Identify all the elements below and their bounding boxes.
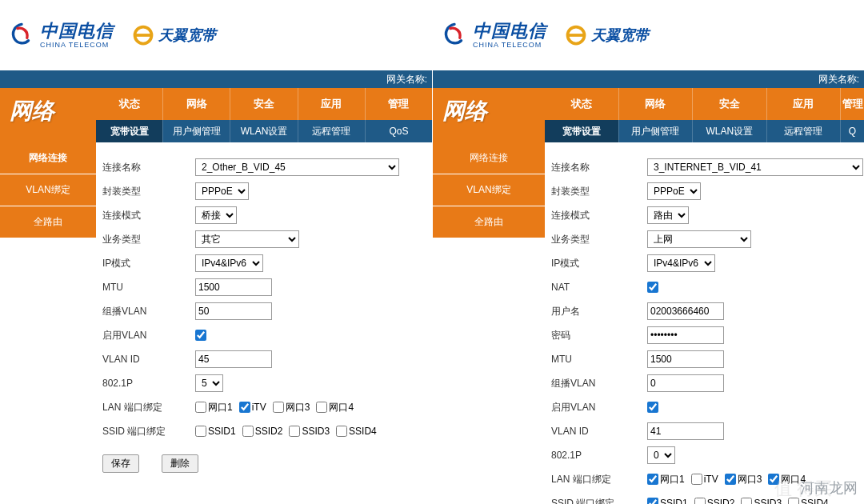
- select-svc-type[interactable]: 上网: [647, 230, 751, 248]
- sidebar-item-vlanbind[interactable]: VLAN绑定: [0, 174, 96, 206]
- select-conn-mode[interactable]: 路由: [647, 206, 689, 224]
- tianyi-logo: 天翼宽带: [131, 23, 216, 47]
- form-content: 连接名称3_INTERNET_B_VID_41 封装类型PPPoE 连接模式路由…: [545, 142, 864, 504]
- chk-itv[interactable]: [691, 474, 702, 485]
- chk-ssid4[interactable]: [788, 498, 799, 504]
- label-conn-name: 连接名称: [551, 161, 647, 174]
- select-conn-name[interactable]: 2_Other_B_VID_45: [195, 158, 399, 176]
- select-svc-type[interactable]: 其它: [195, 230, 299, 248]
- tab-status[interactable]: 状态: [545, 88, 618, 120]
- label-encap: 封装类型: [551, 185, 647, 198]
- label-conn-mode: 连接模式: [551, 209, 647, 222]
- chk-ssid4[interactable]: [336, 426, 347, 437]
- telecom-cn-text: 中国电信: [40, 22, 114, 40]
- chk-lan4[interactable]: [768, 474, 779, 485]
- tab-security[interactable]: 安全: [692, 88, 766, 120]
- label-dot1p: 802.1P: [102, 378, 195, 389]
- label-conn-name: 连接名称: [102, 161, 195, 174]
- tab-network[interactable]: 网络: [618, 88, 693, 120]
- chk-ssid2[interactable]: [242, 426, 254, 437]
- select-encap[interactable]: PPPoE: [195, 182, 249, 200]
- subtab-broadband[interactable]: 宽带设置: [96, 120, 162, 142]
- checkbox-vlan-enable[interactable]: [647, 402, 658, 413]
- input-password[interactable]: [647, 326, 724, 344]
- subtab-broadband[interactable]: 宽带设置: [545, 120, 618, 142]
- select-conn-name[interactable]: 3_INTERNET_B_VID_41: [647, 158, 863, 176]
- tianyi-logo: 天翼宽带: [564, 23, 649, 47]
- label-lan-bind: LAN 端口绑定: [102, 401, 195, 414]
- label-mcast-vlan: 组播VLAN: [551, 377, 647, 390]
- chk-lan4[interactable]: [316, 402, 327, 413]
- input-mcast-vlan[interactable]: [195, 302, 272, 320]
- tab-manage[interactable]: 管理: [840, 88, 864, 120]
- subtab-wlan[interactable]: WLAN设置: [230, 120, 297, 142]
- section-title-text: 网络: [10, 96, 54, 126]
- main-tabs: 状态 网络 安全 应用 管理: [545, 88, 864, 120]
- input-mtu[interactable]: [647, 350, 724, 368]
- chk-ssid3[interactable]: [741, 498, 752, 504]
- label-nat: NAT: [551, 282, 647, 293]
- sidebar-item-netconn[interactable]: 网络连接: [433, 142, 545, 174]
- chk-lan3[interactable]: [273, 402, 284, 413]
- sidebar-item-allroute[interactable]: 全路由: [433, 206, 545, 238]
- input-vlan-id[interactable]: [195, 350, 272, 368]
- select-dot1p[interactable]: 0: [647, 446, 675, 464]
- label-svc-type: 业务类型: [102, 233, 195, 246]
- telecom-en-text: CHINA TELECOM: [40, 42, 114, 49]
- chk-ssid2[interactable]: [694, 498, 706, 504]
- lan-bind-group: 网口1 iTV 网口3 网口4: [195, 401, 354, 414]
- tab-network[interactable]: 网络: [162, 88, 230, 120]
- label-vlan-enable: 启用VLAN: [551, 401, 647, 414]
- chk-lan1[interactable]: [195, 402, 206, 413]
- tab-application[interactable]: 应用: [766, 88, 841, 120]
- chk-ssid1[interactable]: [647, 498, 658, 504]
- sidebar-item-vlanbind[interactable]: VLAN绑定: [433, 174, 545, 206]
- delete-button[interactable]: 删除: [162, 454, 198, 473]
- tab-security[interactable]: 安全: [230, 88, 297, 120]
- select-conn-mode[interactable]: 桥接: [195, 206, 237, 224]
- checkbox-nat[interactable]: [647, 282, 658, 293]
- select-ip-mode[interactable]: IPv4&IPv6: [647, 254, 715, 272]
- label-ssid-bind: SSID 端口绑定: [102, 425, 195, 438]
- input-vlan-id[interactable]: [647, 422, 724, 440]
- side-nav: 网络连接 VLAN绑定 全路由: [0, 142, 96, 486]
- subtab-user-side[interactable]: 用户侧管理: [162, 120, 230, 142]
- select-encap[interactable]: PPPoE: [647, 182, 701, 200]
- lan-bind-group: 网口1 iTV 网口3 网口4: [647, 473, 806, 486]
- label-password: 密码: [551, 329, 647, 342]
- subtab-qos[interactable]: QoS: [365, 120, 432, 142]
- main-tabs: 状态 网络 安全 应用 管理: [96, 88, 432, 120]
- select-ip-mode[interactable]: IPv4&IPv6: [195, 254, 263, 272]
- tianyi-e-icon: [131, 23, 155, 47]
- chk-ssid1[interactable]: [195, 426, 206, 437]
- save-button[interactable]: 保存: [102, 454, 139, 473]
- gateway-bar: 网关名称:: [433, 70, 864, 88]
- tab-status[interactable]: 状态: [96, 88, 162, 120]
- subtab-remote[interactable]: 远程管理: [298, 120, 365, 142]
- subtab-remote[interactable]: 远程管理: [766, 120, 841, 142]
- sidebar-item-netconn[interactable]: 网络连接: [0, 142, 96, 174]
- logo-bar: 中国电信 CHINA TELECOM 天翼宽带: [0, 0, 432, 70]
- select-dot1p[interactable]: 5: [195, 374, 223, 392]
- subtab-qos[interactable]: Q: [840, 120, 864, 142]
- form-content: 连接名称2_Other_B_VID_45 封装类型PPPoE 连接模式桥接 业务…: [96, 142, 432, 486]
- subtab-wlan[interactable]: WLAN设置: [692, 120, 766, 142]
- chk-lan3[interactable]: [725, 474, 736, 485]
- tab-manage[interactable]: 管理: [365, 88, 432, 120]
- chk-ssid3[interactable]: [289, 426, 300, 437]
- label-mcast-vlan: 组播VLAN: [102, 305, 195, 318]
- subtab-user-side[interactable]: 用户侧管理: [618, 120, 693, 142]
- tianyi-text: 天翼宽带: [158, 26, 216, 45]
- sidebar-item-allroute[interactable]: 全路由: [0, 206, 96, 238]
- tab-application[interactable]: 应用: [298, 88, 365, 120]
- sub-tabs: 宽带设置 用户侧管理 WLAN设置 远程管理 Q: [545, 120, 864, 142]
- gateway-label: 网关名称:: [386, 73, 427, 86]
- label-username: 用户名: [551, 305, 647, 318]
- chk-lan1[interactable]: [647, 474, 658, 485]
- input-username[interactable]: [647, 302, 724, 320]
- checkbox-vlan-enable[interactable]: [195, 330, 206, 341]
- chk-itv[interactable]: [239, 402, 250, 413]
- input-mcast-vlan[interactable]: [647, 374, 724, 392]
- input-mtu[interactable]: [195, 278, 272, 296]
- label-ip-mode: IP模式: [551, 257, 647, 270]
